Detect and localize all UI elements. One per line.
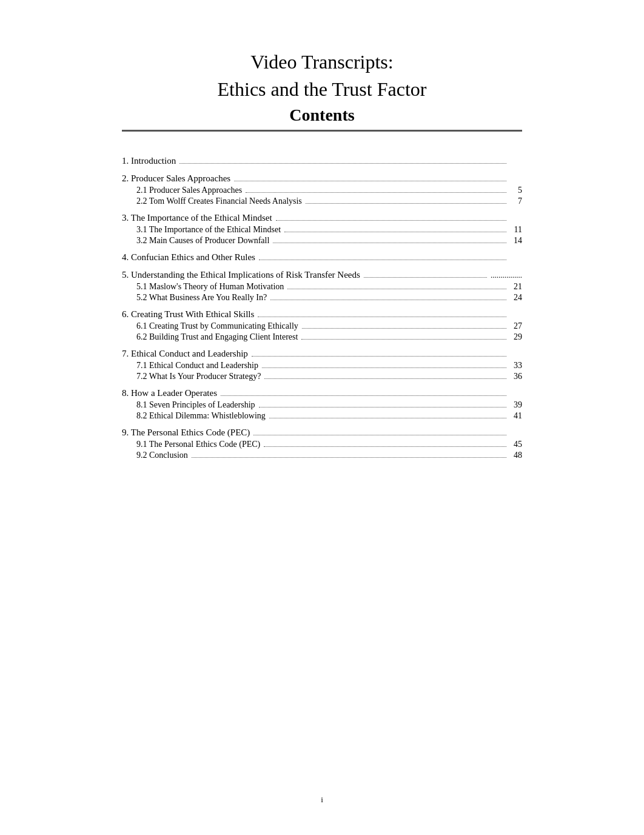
toc-section-5-page: ................ (491, 270, 522, 280)
toc-item-9-1-page: 45 (510, 440, 522, 449)
toc-item-7-1-page: 33 (510, 361, 522, 371)
toc-item-7-2-page: 36 (510, 372, 522, 381)
toc-item-6-2-label: 6.2 Building Trust and Engaging Client I… (136, 332, 298, 342)
toc-item-5-1: 5.1 Maslow's Theory of Human Motivation … (122, 281, 522, 292)
toc-section-1-header: 1. Introduction (122, 150, 522, 167)
toc-item-8-2: 8.2 Ethical Dilemma: Whistleblowing 41 (122, 411, 522, 421)
toc-section-7-header: 7. Ethical Conduct and Leadership (122, 343, 522, 360)
toc-item-2-1-dots (246, 192, 506, 193)
toc-item-9-2-label: 9.2 Conclusion (136, 451, 188, 460)
toc-item-3-2-dots (273, 243, 506, 243)
toc-item-5-2-dots (270, 300, 506, 300)
toc-item-6-1-page: 27 (510, 321, 522, 331)
toc-item-2-1-page: 5 (510, 186, 522, 195)
toc-section-6-label: 6. Creating Trust With Ethical Skills (122, 309, 254, 320)
title-underline (122, 130, 522, 132)
toc-section-7-label: 7. Ethical Conduct and Leadership (122, 349, 248, 359)
toc-section-5-dots (364, 277, 487, 278)
toc-item-6-1-dots (302, 328, 506, 329)
toc-item-6-2: 6.2 Building Trust and Engaging Client I… (122, 332, 522, 343)
toc-item-8-2-dots (269, 418, 506, 418)
toc-item-7-1-label: 7.1 Ethical Conduct and Leadership (136, 361, 258, 371)
toc-section-6-dots (258, 317, 506, 317)
toc-section-1-label: 1. Introduction (122, 156, 176, 166)
toc-item-3-1-page: 11 (510, 225, 522, 235)
toc-item-2-2-dots (306, 203, 506, 204)
page-footer: i (86, 795, 558, 805)
toc-section-3-label: 3. The Importance of the Ethical Mindset (122, 213, 272, 223)
toc-item-6-2-page: 29 (510, 332, 522, 342)
toc-item-6-2-dots (301, 339, 506, 340)
toc-item-8-1-page: 39 (510, 400, 522, 410)
toc-section-7-dots (252, 356, 506, 357)
toc-item-2-1-label: 2.1 Producer Sales Approaches (136, 186, 242, 195)
toc-item-3-1-dots (284, 232, 506, 232)
toc-section-9-header: 9. The Personal Ethics Code (PEC) (122, 421, 522, 439)
toc-section-9-label: 9. The Personal Ethics Code (PEC) (122, 428, 250, 438)
toc-section-2-header: 2. Producer Sales Approaches (122, 167, 522, 185)
toc-item-2-2-page: 7 (510, 196, 522, 206)
toc-item-5-1-page: 21 (510, 282, 522, 292)
toc-container: 1. Introduction 2. Producer Sales Approa… (122, 150, 522, 461)
toc-item-5-2-page: 24 (510, 293, 522, 303)
toc-item-9-1-dots (264, 446, 506, 447)
toc-item-9-2-dots (192, 457, 506, 458)
toc-section-4-header: 4. Confucian Ethics and Other Rules (122, 246, 522, 264)
toc-item-3-2-label: 3.2 Main Causes of Producer Downfall (136, 236, 269, 246)
toc-item-2-2: 2.2 Tom Wolff Creates Financial Needs An… (122, 196, 522, 207)
toc-item-5-2-label: 5.2 What Business Are You Really In? (136, 293, 267, 303)
toc-item-2-1: 2.1 Producer Sales Approaches 5 (122, 185, 522, 196)
toc-item-9-1-label: 9.1 The Personal Ethics Code (PEC) (136, 440, 260, 449)
title-section: Video Transcripts: Ethics and the Trust … (122, 49, 522, 132)
toc-item-6-1-label: 6.1 Creating Trust by Communicating Ethi… (136, 321, 298, 331)
toc-section-4-dots (259, 260, 506, 260)
toc-item-6-1: 6.1 Creating Trust by Communicating Ethi… (122, 321, 522, 332)
toc-item-5-2: 5.2 What Business Are You Really In? 24 (122, 292, 522, 303)
toc-section-6-header: 6. Creating Trust With Ethical Skills (122, 303, 522, 321)
toc-section-8-header: 8. How a Leader Operates (122, 382, 522, 400)
toc-item-8-1-dots (259, 407, 506, 407)
toc-item-3-1: 3.1 The Importance of the Ethical Mindse… (122, 224, 522, 235)
toc-item-7-2-dots (264, 378, 506, 379)
toc-item-8-2-label: 8.2 Ethical Dilemma: Whistleblowing (136, 411, 266, 421)
toc-item-7-1: 7.1 Ethical Conduct and Leadership 33 (122, 360, 522, 371)
title-line1: Video Transcripts: (250, 51, 393, 73)
page: Video Transcripts: Ethics and the Trust … (86, 0, 558, 835)
toc-item-3-2-page: 14 (510, 236, 522, 246)
toc-item-7-1-dots (262, 367, 506, 368)
toc-item-8-2-page: 41 (510, 411, 522, 421)
toc-section-9-dots (253, 435, 506, 435)
title-line2: Ethics and the Trust Factor (218, 78, 427, 100)
footer-page-number: i (321, 795, 323, 804)
toc-section-1-dots (179, 163, 506, 164)
toc-item-8-1-label: 8.1 Seven Principles of Leadership (136, 400, 255, 410)
toc-item-2-2-label: 2.2 Tom Wolff Creates Financial Needs An… (136, 196, 302, 206)
toc-item-5-1-dots (287, 289, 506, 289)
toc-item-7-2-label: 7.2 What Is Your Producer Strategy? (136, 372, 261, 381)
toc-item-7-2: 7.2 What Is Your Producer Strategy? 36 (122, 371, 522, 382)
toc-section-5-label: 5. Understanding the Ethical Implication… (122, 270, 360, 280)
toc-item-5-1-label: 5.1 Maslow's Theory of Human Motivation (136, 282, 284, 292)
toc-item-3-2: 3.2 Main Causes of Producer Downfall 14 (122, 235, 522, 246)
toc-section-3-dots (276, 220, 506, 221)
main-title: Video Transcripts: Ethics and the Trust … (122, 49, 522, 103)
toc-item-9-2: 9.2 Conclusion 48 (122, 450, 522, 461)
toc-section-5-header: 5. Understanding the Ethical Implication… (122, 264, 522, 281)
toc-section-2-label: 2. Producer Sales Approaches (122, 173, 230, 184)
toc-section-2-dots (234, 181, 506, 181)
toc-section-4-label: 4. Confucian Ethics and Other Rules (122, 252, 255, 263)
toc-item-9-2-page: 48 (510, 451, 522, 460)
toc-item-8-1: 8.1 Seven Principles of Leadership 39 (122, 400, 522, 411)
contents-heading: Contents (122, 106, 522, 125)
toc-section-8-dots (221, 395, 506, 396)
toc-section-3-header: 3. The Importance of the Ethical Mindset (122, 207, 522, 224)
toc-item-3-1-label: 3.1 The Importance of the Ethical Mindse… (136, 225, 281, 235)
toc-item-9-1: 9.1 The Personal Ethics Code (PEC) 45 (122, 439, 522, 450)
toc-section-8-label: 8. How a Leader Operates (122, 388, 217, 398)
